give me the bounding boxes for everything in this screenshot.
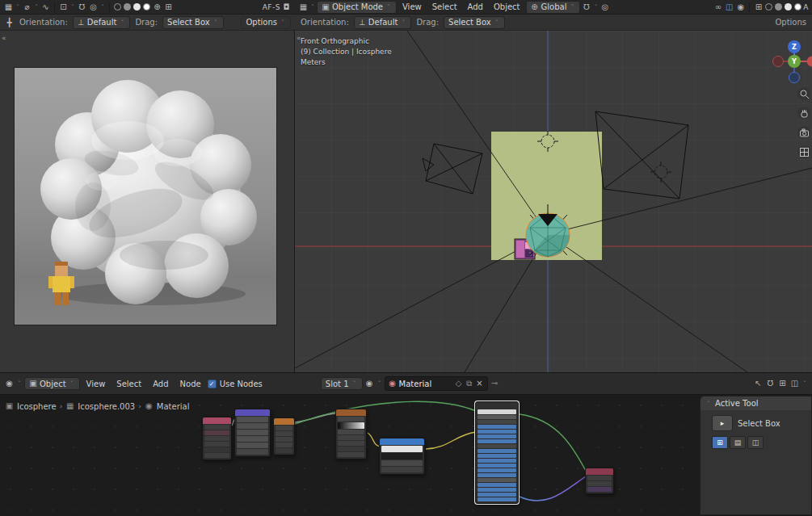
snap-magnet-icon[interactable]: ℧ — [581, 2, 591, 13]
node-row[interactable] — [237, 443, 268, 448]
node-row[interactable] — [478, 444, 516, 448]
node-row[interactable] — [204, 447, 229, 452]
select-box-tool-icon[interactable]: ▸ — [712, 415, 733, 431]
camera-render-viewport[interactable]: « — [0, 31, 295, 372]
menu-view[interactable]: View — [82, 373, 111, 394]
pivot-point-icon[interactable]: ⊡ — [58, 2, 69, 13]
gizmo-minus-x-axis[interactable] — [773, 57, 784, 67]
main-3d-viewport[interactable]: « Front Orthographic (9) Collection | Ic… — [295, 31, 812, 372]
falloff-icon[interactable]: ⌀ — [22, 2, 32, 13]
orientation-dropdown[interactable]: ⟂ Default ˅ — [73, 16, 131, 29]
node-row[interactable] — [237, 417, 268, 422]
node-row[interactable] — [276, 437, 292, 442]
editor-type-icon[interactable]: ▦ — [3, 2, 14, 13]
curve-falloff-icon[interactable]: ∿ — [40, 2, 51, 13]
constraint-icon[interactable]: ∞ — [713, 2, 723, 13]
node-row[interactable] — [478, 493, 516, 497]
options-dropdown[interactable]: Options ˅ — [241, 16, 291, 29]
editor-type-icon[interactable]: ▦ — [298, 2, 309, 13]
visibility-icon[interactable]: ◉ — [735, 2, 746, 13]
node-row[interactable] — [338, 417, 364, 422]
node-header[interactable] — [380, 438, 424, 445]
breadcrumb-mesh[interactable]: Icosphere.003 — [78, 402, 135, 411]
shader-type-dropdown[interactable]: ▣ Object ˅ — [24, 377, 80, 390]
node-row[interactable] — [338, 441, 364, 446]
node-row[interactable] — [276, 448, 292, 453]
use-nodes-checkbox[interactable]: ✓ — [208, 380, 217, 388]
node-row[interactable] — [478, 464, 516, 468]
camera-icon[interactable]: ◘ — [281, 2, 292, 13]
menu-add[interactable]: Add — [463, 0, 488, 14]
drag-dropdown[interactable]: Select Box ˅ — [444, 16, 505, 29]
node-row[interactable] — [478, 449, 516, 453]
menu-node[interactable]: Node — [175, 373, 206, 394]
material-browse-icon[interactable]: ◉ — [364, 378, 375, 389]
editor-type-icon[interactable]: ◉ — [4, 378, 15, 389]
menu-add[interactable]: Add — [148, 373, 173, 394]
node-row[interactable] — [276, 443, 292, 447]
node-row[interactable] — [338, 447, 364, 451]
tool-option-frames-button[interactable]: ◫ — [747, 436, 764, 449]
shading-solid-button[interactable] — [124, 3, 131, 10]
material-name-field[interactable]: ◉ Material ◇ ⧉ × — [385, 376, 488, 391]
node-row[interactable] — [478, 483, 516, 487]
node-row[interactable] — [338, 430, 364, 434]
node-row[interactable] — [204, 430, 229, 435]
node-row[interactable] — [276, 431, 292, 436]
gizmo-minus-z-axis[interactable] — [789, 73, 800, 83]
menu-select[interactable]: Select — [427, 0, 462, 14]
node-row[interactable] — [381, 467, 423, 472]
node-row[interactable] — [478, 454, 516, 458]
proportional-editing-icon[interactable]: ◎ — [600, 2, 610, 13]
options-dropdown[interactable]: Options — [775, 18, 806, 27]
shading-material-button[interactable] — [133, 3, 141, 10]
shading-wireframe-button[interactable] — [114, 3, 121, 10]
node-row[interactable] — [237, 449, 268, 455]
node-row[interactable] — [587, 487, 612, 492]
node-row[interactable] — [587, 481, 612, 486]
shader-node-editor[interactable]: ▣ Icosphere › ▦ Icosphere.003 › ◉ Materi… — [0, 395, 812, 516]
navigation-gizmo[interactable]: Z Y — [770, 36, 812, 90]
node-row[interactable] — [204, 453, 229, 458]
node-row[interactable] — [478, 439, 516, 443]
node-row[interactable] — [204, 442, 229, 447]
node-row[interactable] — [478, 488, 516, 492]
node-row[interactable] — [478, 459, 516, 463]
node-row[interactable] — [204, 425, 229, 430]
shading-rendered-button[interactable] — [143, 3, 150, 10]
node-header[interactable] — [336, 409, 366, 416]
shader-node-material-output[interactable] — [585, 468, 614, 494]
node-row[interactable] — [478, 420, 516, 424]
active-tool-icon[interactable]: ╋ — [4, 17, 15, 28]
node-row[interactable] — [478, 409, 516, 414]
node-row[interactable] — [587, 476, 612, 480]
node-row[interactable] — [338, 435, 364, 440]
node-row[interactable] — [478, 468, 516, 472]
xray-toggle-icon[interactable]: ◫ — [724, 2, 734, 13]
node-header[interactable] — [203, 417, 231, 424]
node-header[interactable] — [235, 409, 270, 416]
shader-node-texture-coordinate[interactable] — [273, 417, 295, 455]
node-row[interactable] — [338, 452, 364, 457]
snap-magnet-icon[interactable]: ℧ — [765, 378, 776, 389]
tool-option-image-button[interactable]: ▤ — [730, 436, 746, 449]
node-row[interactable] — [478, 425, 516, 429]
tool-option-grid-button[interactable]: ⊞ — [712, 436, 728, 449]
active-tool-panel-header[interactable]: ˅ Active Tool — [701, 396, 811, 410]
overlays-icon[interactable]: ⊞ — [777, 378, 788, 389]
ortho-grid-icon[interactable] — [797, 145, 810, 158]
node-row[interactable] — [478, 434, 516, 438]
menu-view[interactable]: View — [398, 0, 427, 14]
node-row[interactable] — [237, 436, 268, 442]
arrange-icon[interactable]: ◫ — [789, 378, 800, 389]
orientation-dropdown[interactable]: ⟂ Default ˅ — [354, 16, 412, 29]
shader-node-texture-a[interactable] — [202, 417, 232, 460]
material-slot-dropdown[interactable]: Slot 1 ˅ — [321, 377, 363, 390]
node-row[interactable] — [478, 497, 516, 501]
node-row[interactable] — [381, 460, 423, 466]
node-header[interactable] — [274, 418, 294, 425]
zoom-icon[interactable] — [797, 87, 810, 100]
menu-select[interactable]: Select — [111, 373, 146, 394]
shader-node-mix[interactable] — [379, 438, 425, 475]
shader-node-principled-bsdf[interactable] — [475, 401, 519, 504]
